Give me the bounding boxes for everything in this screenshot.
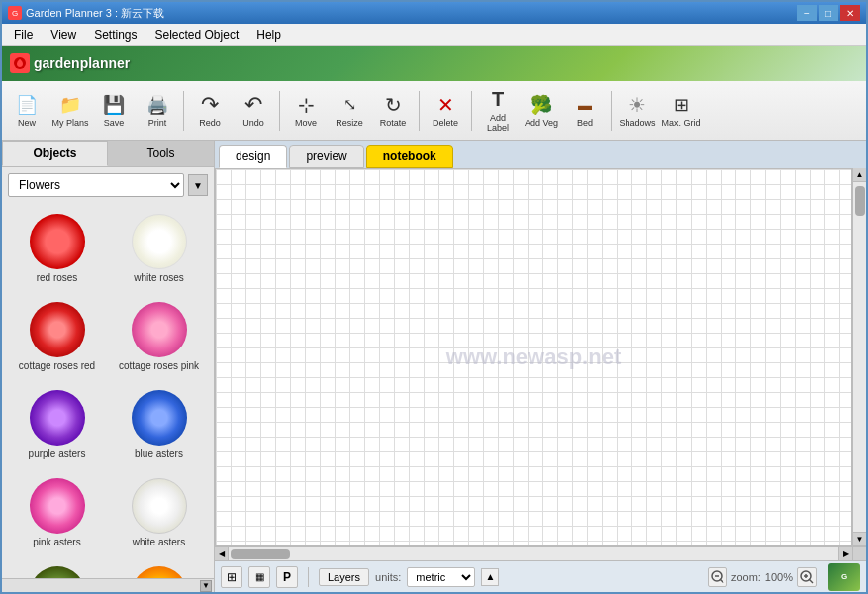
bed-button[interactable]: ▬ Bed [564,85,606,137]
panel-scroll-down[interactable]: ▼ [200,580,212,592]
menu-bar: File View Settings Selected Object Help [2,24,866,46]
zoom-controls: zoom: 100% G [708,563,860,591]
logo-text: gardenplanner [34,55,130,71]
plant-name-blue-asters: blue asters [135,448,183,460]
plant-item-pink-asters[interactable]: pink asters [8,471,106,555]
resize-icon: ⤡ [338,93,361,117]
scrollbar-track [855,182,865,532]
resize-button[interactable]: ⤡ Resize [329,85,370,137]
content-area: Objects Tools Flowers Vegetables Fruits … [2,141,866,592]
zoom-in-icon [800,570,814,584]
menu-view[interactable]: View [43,26,84,44]
undo-label: Undo [242,119,264,129]
shadows-button[interactable]: ☀ Shadows [617,85,658,137]
delete-label: Delete [433,119,458,129]
grid-overlay [216,169,851,545]
zoom-in-button[interactable] [797,567,817,587]
plant-icon-white-asters [132,478,187,534]
plant-item-cottage-roses-red[interactable]: cottage roses red [8,295,106,379]
tab-design[interactable]: design [219,145,287,168]
bed-icon: ▬ [573,93,597,117]
zoom-out-button[interactable] [708,567,727,587]
plant-name-pink-asters: pink asters [33,537,80,548]
max-grid-button[interactable]: ⊞ Max. Grid [660,85,702,137]
category-select[interactable]: Flowers Vegetables Fruits Trees Shrubs H… [8,173,184,197]
menu-file[interactable]: File [6,26,41,44]
plant-item-cottage-roses-pink[interactable]: cottage roses pink [110,295,208,379]
grid-large-icon[interactable]: ▦ [248,566,270,588]
menu-help[interactable]: Help [248,26,289,44]
scrollbar-thumb[interactable] [855,186,865,216]
close-button[interactable]: ✕ [840,5,860,21]
redo-icon: ↷ [198,93,222,117]
undo-button[interactable]: ↶ Undo [233,85,274,137]
add-label-icon: T [486,88,510,112]
delete-button[interactable]: ✕ Delete [425,85,466,137]
shadows-label: Shadows [619,119,655,129]
plant-name-cottage-roses-red: cottage roses red [19,360,95,372]
zoom-label: zoom: [731,571,761,583]
maximize-button[interactable]: □ [819,5,838,21]
app-header: gardenplanner [2,46,866,81]
tab-objects[interactable]: Objects [2,141,108,166]
dropdown-arrow-icon[interactable]: ▼ [188,174,208,196]
redo-label: Redo [199,119,221,129]
plant-icon-marigolds [132,566,187,578]
h-scrollbar-thumb[interactable] [231,549,290,559]
minimize-button[interactable]: − [797,5,817,21]
plant-name-cottage-roses-pink: cottage roses pink [119,360,199,372]
menu-settings[interactable]: Settings [86,26,145,44]
right-section: design preview notebook www.newasp.net ▲… [215,141,866,592]
tab-tools[interactable]: Tools [108,141,214,166]
shadows-icon: ☀ [626,93,649,117]
max-grid-icon: ⊞ [669,93,693,117]
add-veg-button[interactable]: 🥦 Add Veg [521,85,562,137]
scroll-left-button[interactable]: ◀ [215,547,229,561]
plant-item-white-roses[interactable]: white roses [110,207,208,291]
menu-selected-object[interactable]: Selected Object [147,26,247,44]
plant-icon-oleander [30,566,85,578]
units-up-button[interactable]: ▲ [481,568,499,586]
my-plans-label: My Plans [51,119,88,129]
drawing-canvas[interactable]: www.newasp.net [215,168,852,546]
grid-small-icon[interactable]: ⊞ [221,566,242,588]
scroll-down-button[interactable]: ▼ [853,532,867,545]
plant-name-white-roses: white roses [134,272,184,284]
move-button[interactable]: ⊹ Move [285,85,327,137]
plant-item-white-asters[interactable]: white asters [110,471,208,555]
plant-item-blue-asters[interactable]: blue asters [110,383,208,467]
print-button[interactable]: 🖨️ Print [137,85,178,137]
plant-icon-red-roses [30,214,85,269]
tab-notebook[interactable]: notebook [366,145,453,168]
rotate-icon: ↻ [381,93,405,117]
scroll-right-button[interactable]: ▶ [838,547,852,561]
plant-grid: red roses white roses cottage roses red … [2,203,214,578]
status-separator [308,567,309,587]
plant-name-red-roses: red roses [37,272,78,284]
plant-icon-white-roses [132,214,187,269]
scroll-up-button[interactable]: ▲ [853,168,867,182]
my-plans-button[interactable]: 📁 My Plans [49,85,91,137]
my-plans-icon: 📁 [58,93,82,117]
redo-button[interactable]: ↷ Redo [189,85,231,137]
new-button[interactable]: 📄 New [6,85,48,137]
plant-item-marigolds[interactable]: marigolds [110,559,208,578]
text-icon[interactable]: P [276,566,298,588]
add-label-button[interactable]: T Add Label [477,85,519,137]
plant-icon-cottage-roses-pink [132,302,187,357]
layers-button[interactable]: Layers [319,568,369,586]
app-logo: gardenplanner [10,53,130,73]
horizontal-scrollbar[interactable]: ◀ ▶ [215,546,852,560]
rotate-button[interactable]: ↻ Rotate [372,85,414,137]
save-button[interactable]: 💾 Save [93,85,135,137]
tab-preview[interactable]: preview [289,145,363,168]
print-label: Print [148,119,167,129]
vertical-scrollbar[interactable]: ▲ ▼ [852,168,866,546]
plant-item-oleander[interactable]: oleander [8,559,106,578]
canvas-container: www.newasp.net ▲ ▼ ◀ ▶ [215,168,866,560]
plant-item-red-roses[interactable]: red roses [8,207,106,291]
units-select[interactable]: metric imperial [407,567,475,587]
print-icon: 🖨️ [145,93,169,117]
undo-icon: ↶ [241,93,265,117]
plant-item-purple-asters[interactable]: purple asters [8,383,106,467]
